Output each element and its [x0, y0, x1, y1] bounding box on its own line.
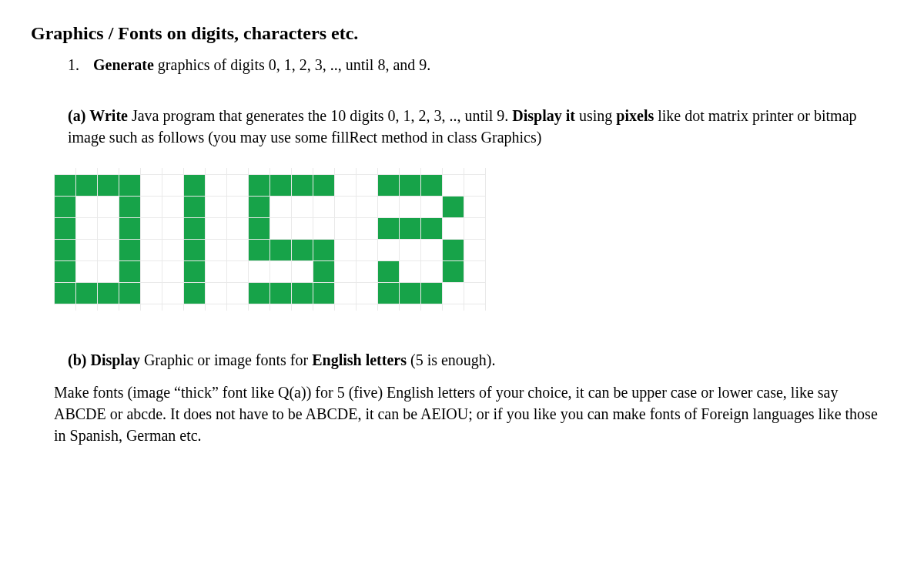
- pixel-off: [206, 261, 227, 283]
- grid-tick: [443, 304, 464, 311]
- pixel-on: [270, 283, 292, 304]
- pixel-off: [464, 261, 486, 283]
- pixel-off: [162, 175, 184, 197]
- pixel-off: [313, 218, 335, 240]
- pixel-off: [141, 175, 162, 197]
- pixel-off: [357, 175, 378, 197]
- pixel-off: [249, 261, 270, 283]
- pixel-on: [119, 175, 141, 197]
- grid-tick: [206, 304, 227, 311]
- pixel-off: [335, 175, 357, 197]
- pixel-off: [464, 175, 486, 197]
- pixel-on: [313, 283, 335, 304]
- pixel-off: [98, 197, 119, 218]
- sub-a-mid: Java program that generates the 10 digit…: [128, 107, 512, 124]
- grid-tick: [55, 304, 76, 311]
- item1-rest: graphics of digits 0, 1, 2, 3, .., until…: [154, 56, 430, 73]
- pixel-on: [443, 240, 464, 261]
- grid-tick: [292, 168, 313, 174]
- pixel-on: [443, 261, 464, 283]
- pixel-on: [184, 283, 206, 304]
- pixel-on: [313, 175, 335, 197]
- pixel-on: [249, 197, 270, 218]
- pixel-off: [443, 218, 464, 240]
- grid-tick: [464, 304, 486, 311]
- pixel-off: [98, 261, 119, 283]
- grid-tick: [184, 168, 206, 174]
- bottom-paragraph: Make fonts (image “thick” font like Q(a)…: [31, 381, 893, 446]
- grid-tick: [98, 304, 119, 311]
- grid-tick: [55, 168, 76, 174]
- pixel-on: [55, 197, 76, 218]
- grid-tick: [313, 168, 335, 174]
- pixel-off: [227, 261, 249, 283]
- pixel-off: [162, 240, 184, 261]
- sub-b-mid: Graphic or image fonts for: [140, 351, 312, 368]
- pixel-on: [55, 283, 76, 304]
- pixel-off: [464, 283, 486, 304]
- grid-tick: [76, 168, 98, 174]
- pixel-on: [378, 261, 400, 283]
- pixel-off: [141, 218, 162, 240]
- grid-tick: [249, 304, 270, 311]
- grid-tick: [119, 168, 141, 174]
- sub-item-a: (a) Write Java program that generates th…: [68, 105, 893, 148]
- grid-tick: [464, 168, 486, 174]
- pixel-off: [206, 175, 227, 197]
- grid-tick: [141, 304, 162, 311]
- pixel-on: [270, 175, 292, 197]
- pixel-off: [227, 175, 249, 197]
- pixel-on: [270, 240, 292, 261]
- pixel-off: [98, 240, 119, 261]
- pixel-on: [55, 261, 76, 283]
- pixel-off: [141, 261, 162, 283]
- pixel-off: [270, 197, 292, 218]
- grid-tick: [335, 304, 357, 311]
- pixel-on: [400, 175, 421, 197]
- pixel-off: [335, 240, 357, 261]
- pixel-off: [206, 218, 227, 240]
- grid-tick: [421, 304, 443, 311]
- pixel-off: [162, 218, 184, 240]
- pixel-off: [421, 261, 443, 283]
- list-item-1: 1. Generate graphics of digits 0, 1, 2, …: [68, 56, 893, 74]
- pixel-off: [292, 218, 313, 240]
- pixel-on: [119, 218, 141, 240]
- pixel-off: [335, 261, 357, 283]
- pixel-off: [227, 197, 249, 218]
- sub-a-mid2: using: [575, 107, 616, 124]
- grid-tick: [270, 304, 292, 311]
- grid-tick: [184, 304, 206, 311]
- pixel-on: [378, 218, 400, 240]
- pixel-on: [76, 175, 98, 197]
- pixel-off: [335, 218, 357, 240]
- grid-tick: [206, 168, 227, 174]
- pixel-off: [357, 240, 378, 261]
- pixel-off: [227, 240, 249, 261]
- list-number: 1.: [68, 56, 89, 74]
- pixel-off: [76, 240, 98, 261]
- pixel-off: [141, 283, 162, 304]
- pixel-off: [292, 197, 313, 218]
- pixel-off: [357, 218, 378, 240]
- pixel-off: [206, 197, 227, 218]
- pixel-on: [378, 175, 400, 197]
- grid-tick: [162, 168, 184, 174]
- pixel-art-0123: [54, 168, 486, 311]
- pixel-off: [162, 283, 184, 304]
- sub-b-lead: Display: [90, 351, 139, 368]
- pixel-off: [335, 283, 357, 304]
- grid-tick: [357, 304, 378, 311]
- pixel-off: [76, 197, 98, 218]
- pixel-on: [378, 283, 400, 304]
- pixel-off: [162, 197, 184, 218]
- pixel-on: [400, 283, 421, 304]
- pixel-off: [98, 218, 119, 240]
- pixel-on: [55, 218, 76, 240]
- pixel-on: [184, 261, 206, 283]
- pixel-on: [55, 175, 76, 197]
- sub-b-label: (b): [68, 351, 86, 368]
- pixel-off: [292, 261, 313, 283]
- sub-item-b: (b) Display Graphic or image fonts for E…: [68, 349, 893, 371]
- pixel-off: [76, 218, 98, 240]
